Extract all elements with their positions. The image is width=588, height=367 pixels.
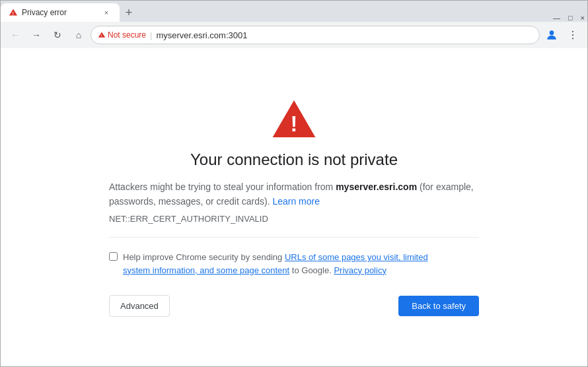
profile-button[interactable]: [542, 26, 561, 44]
tab-title: Privacy error: [22, 8, 97, 17]
svg-text:!: !: [101, 34, 102, 38]
error-heading: Your connection is not private: [190, 150, 398, 169]
browser-window: ! Privacy error × + — □ × ← → ↻ ⌂ ! Not …: [0, 0, 588, 367]
description-prefix: Attackers might be trying to steal your …: [109, 182, 336, 192]
browser-tab[interactable]: ! Privacy error ×: [1, 3, 120, 22]
advanced-button[interactable]: Advanced: [109, 295, 170, 317]
svg-point-7: [572, 38, 573, 39]
error-triangle-icon: !: [270, 98, 318, 140]
tab-close-button[interactable]: ×: [101, 7, 112, 18]
maximize-button[interactable]: □: [568, 14, 573, 22]
minimize-button[interactable]: —: [553, 14, 560, 22]
url-text: myserver.esri.com:3001: [156, 30, 247, 40]
window-controls: — □ ×: [553, 14, 587, 22]
privacy-policy-link[interactable]: Privacy policy: [334, 265, 386, 275]
page-content: ! Your connection is not private Attacke…: [1, 48, 587, 366]
not-secure-label: Not secure: [108, 30, 146, 40]
address-bar[interactable]: ! Not secure | myserver.esri.com:3001: [91, 26, 540, 44]
improve-security-checkbox[interactable]: [109, 252, 118, 261]
menu-button[interactable]: [564, 26, 582, 44]
refresh-button[interactable]: ↻: [48, 26, 67, 44]
svg-text:!: !: [12, 11, 13, 16]
back-button[interactable]: ←: [6, 26, 24, 44]
buttons-row: Advanced Back to safety: [109, 295, 479, 317]
error-container: ! Your connection is not private Attacke…: [109, 98, 479, 317]
error-code: NET::ERR_CERT_AUTHORITY_INVALID: [109, 214, 268, 224]
address-bar-row: ← → ↻ ⌂ ! Not secure | myserver.esri.com…: [1, 22, 587, 48]
svg-text:!: !: [291, 112, 298, 136]
svg-point-6: [572, 34, 573, 36]
not-secure-badge: ! Not secure: [98, 30, 146, 40]
forward-button[interactable]: →: [27, 26, 46, 44]
tab-favicon-icon: !: [9, 8, 18, 17]
error-description: Attackers might be trying to steal your …: [109, 180, 479, 209]
learn-more-link[interactable]: Learn more: [272, 196, 320, 207]
svg-point-4: [550, 30, 554, 35]
home-button[interactable]: ⌂: [69, 26, 88, 44]
back-to-safety-button[interactable]: Back to safety: [398, 296, 479, 316]
new-tab-button[interactable]: +: [120, 3, 138, 22]
window-close-button[interactable]: ×: [581, 14, 585, 22]
separator: [109, 237, 479, 238]
svg-point-5: [572, 31, 573, 32]
checkbox-label: Help improve Chrome security by sending …: [123, 251, 453, 277]
site-name: myserver.esri.com: [336, 182, 417, 192]
warning-icon: !: [98, 31, 106, 39]
checkbox-row: Help improve Chrome security by sending …: [109, 251, 453, 277]
